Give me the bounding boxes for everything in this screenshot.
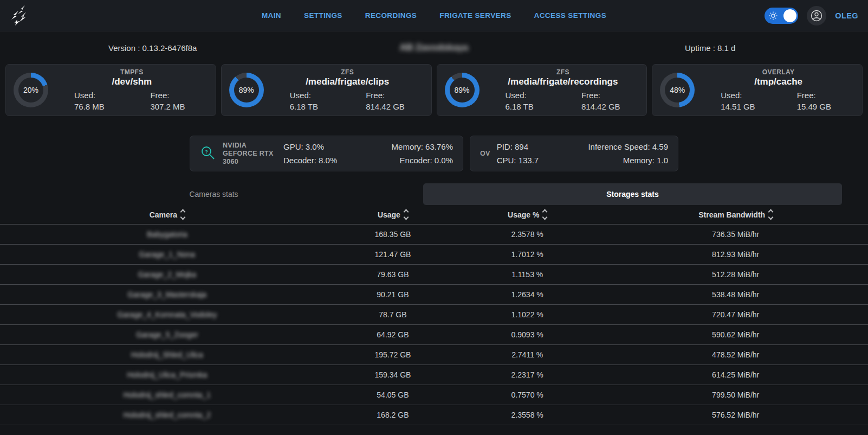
usage-pct-cell: 2.3578 % (451, 230, 603, 239)
usage-cell: 121.47 GB (334, 250, 451, 259)
uptime-text: Uptime : 8.1 d (685, 43, 735, 53)
sort-icon (543, 210, 547, 219)
nav-item-settings[interactable]: SETTINGS (304, 11, 342, 20)
free-value: 307.2 MB (150, 101, 208, 112)
header-usage[interactable]: Usage (334, 210, 451, 219)
free-label: Free: (581, 89, 639, 101)
used-label: Used: (290, 89, 347, 101)
usage-cell: 195.72 GB (334, 350, 451, 359)
theme-toggle[interactable] (765, 8, 798, 24)
donut-percent: 89% (239, 86, 254, 94)
donut-percent: 20% (23, 86, 38, 94)
bandwidth-cell: 538.48 MiB/hr (603, 290, 868, 299)
sort-icon (769, 210, 773, 219)
gpu-card: ? NVIDIA GEFORCE RTX 3060 GPU: 3.0% Deco… (190, 136, 463, 171)
usage-cell: 54.05 GB (334, 391, 451, 399)
usage-donut-chart: 48% (660, 73, 695, 107)
table-row: Holodnij_Shled_Ulica 195.72 GB 2.7411 % … (0, 345, 868, 365)
usage-cell: 90.21 GB (334, 290, 451, 299)
donut-percent: 48% (670, 86, 685, 94)
camera-name-blurred: Garage_5_Zooger (0, 330, 334, 339)
fs-type: TMPFS (56, 68, 208, 76)
table-row: Holodnij_shled_comnta_1 54.05 GB 0.7570 … (0, 385, 868, 405)
usage-pct-cell: 2.7411 % (451, 350, 603, 359)
fs-type: ZFS (271, 68, 424, 76)
table-row: Garage_3_Masterskaja 90.21 GB 1.2634 % 5… (0, 285, 868, 305)
storage-card-recordings: 89% ZFS /media/frigate/recordings Used: … (437, 64, 647, 116)
usage-pct-cell: 2.2317 % (451, 370, 603, 379)
header-camera[interactable]: Camera (0, 210, 334, 219)
usage-pct-cell: 0.7570 % (451, 391, 603, 399)
fs-path: /tmp/cache (702, 76, 854, 87)
username[interactable]: OLEG (835, 11, 858, 20)
storages-stats-table: Camera Usage Usage % Stream Bandwidth Ba… (0, 205, 868, 425)
bandwidth-cell: 512.28 MiB/hr (603, 270, 868, 279)
free-label: Free: (797, 89, 854, 101)
header-usage-pct[interactable]: Usage % (451, 210, 603, 219)
usage-cell: 64.92 GB (334, 330, 451, 339)
free-value: 814.42 GB (366, 101, 423, 112)
table-row: Garage_4_Komnata_Vodoley 78.7 GB 1.1022 … (0, 305, 868, 325)
bandwidth-cell: 478.52 MiB/hr (603, 350, 868, 359)
free-value: 814.42 GB (581, 101, 639, 112)
bandwidth-cell: 736.35 MiB/hr (603, 230, 868, 239)
usage-donut-chart: 89% (445, 73, 480, 107)
detector-memory: Memory: 1.0 (588, 153, 668, 167)
camera-name-blurred: Holodnij_shled_comnta_1 (0, 391, 334, 399)
fs-path: /dev/shm (56, 76, 208, 87)
nav-item-frigate-servers[interactable]: FRIGATE SERVERS (439, 11, 511, 20)
bandwidth-cell: 720.47 MiB/hr (603, 310, 868, 319)
usage-cell: 78.7 GB (334, 310, 451, 319)
gpu-memory: Memory: 63.76% (392, 140, 453, 153)
table-row: Garage_1_Nona 121.47 GB 1.7012 % 812.93 … (0, 245, 868, 265)
nav-item-access-settings[interactable]: ACCESS SETTINGS (534, 11, 607, 20)
bandwidth-cell: 799.50 MiB/hr (603, 391, 868, 399)
free-value: 15.49 GB (797, 101, 854, 112)
header-stream-bandwidth[interactable]: Stream Bandwidth (603, 210, 868, 219)
user-avatar[interactable] (807, 6, 826, 25)
used-value: 6.18 TB (290, 101, 347, 112)
svg-text:?: ? (205, 149, 208, 154)
bandwidth-cell: 812.93 MiB/hr (603, 250, 868, 259)
server-name-blurred: AB Zavodskaya (0, 42, 868, 53)
sun-icon (769, 11, 778, 20)
camera-name-blurred: Garage_4_Komnata_Vodoley (0, 310, 334, 319)
storage-card-clips: 89% ZFS /media/frigate/clips Used: 6.18 … (221, 64, 432, 116)
used-label: Used: (74, 89, 132, 101)
storage-cards-row: 20% TMPFS /dev/shm Used: 76.8 MB Free: 3… (0, 64, 868, 116)
detector-cpu: CPU: 133.7 (497, 153, 539, 167)
detector-name: OV (480, 150, 490, 158)
usage-donut-chart: 20% (14, 73, 48, 107)
sort-icon (181, 210, 185, 219)
tab-storages-stats[interactable]: Storages stats (423, 183, 842, 205)
gpu-decoder: Decoder: 8.0% (283, 153, 337, 167)
camera-name-blurred: Holodnij_shled_comnta_2 (0, 411, 334, 419)
table-row: Babygatoria 168.35 GB 2.3578 % 736.35 Mi… (0, 225, 868, 245)
storage-card-tmp-cache: 48% OVERLAY /tmp/cache Used: 14.51 GB Fr… (652, 64, 863, 116)
camera-name-blurred: Garage_2_Mojka (0, 270, 334, 279)
usage-cell: 168.2 GB (334, 411, 451, 419)
camera-name-blurred: Babygatoria (0, 230, 334, 239)
main-nav: MAIN SETTINGS RECORDINGS FRIGATE SERVERS… (0, 11, 868, 20)
usage-pct-cell: 1.2634 % (451, 290, 603, 299)
donut-percent: 89% (454, 86, 469, 94)
gpu-name: NVIDIA GEFORCE RTX 3060 (223, 142, 277, 166)
usage-pct-cell: 2.3558 % (451, 411, 603, 419)
sort-icon (404, 210, 408, 219)
tab-cameras-stats[interactable]: Cameras stats (4, 183, 423, 205)
detector-pid: PID: 894 (497, 140, 539, 153)
used-value: 76.8 MB (74, 101, 132, 112)
used-value: 6.18 TB (506, 101, 563, 112)
gpu-usage: GPU: 3.0% (283, 140, 337, 153)
nav-item-main[interactable]: MAIN (262, 11, 281, 20)
camera-name-blurred: Garage_1_Nona (0, 250, 334, 259)
detector-card: OV PID: 894 CPU: 133.7 Inference Speed: … (470, 136, 678, 171)
toggle-knob (783, 9, 796, 22)
nav-item-recordings[interactable]: RECORDINGS (365, 11, 417, 20)
navbar-right: OLEG (765, 6, 858, 25)
hardware-row: ? NVIDIA GEFORCE RTX 3060 GPU: 3.0% Deco… (0, 136, 868, 171)
frigate-logo-icon[interactable] (10, 4, 38, 28)
free-label: Free: (150, 89, 208, 101)
stats-tabs: Cameras stats Storages stats (4, 183, 842, 205)
usage-donut-chart: 89% (229, 73, 264, 107)
